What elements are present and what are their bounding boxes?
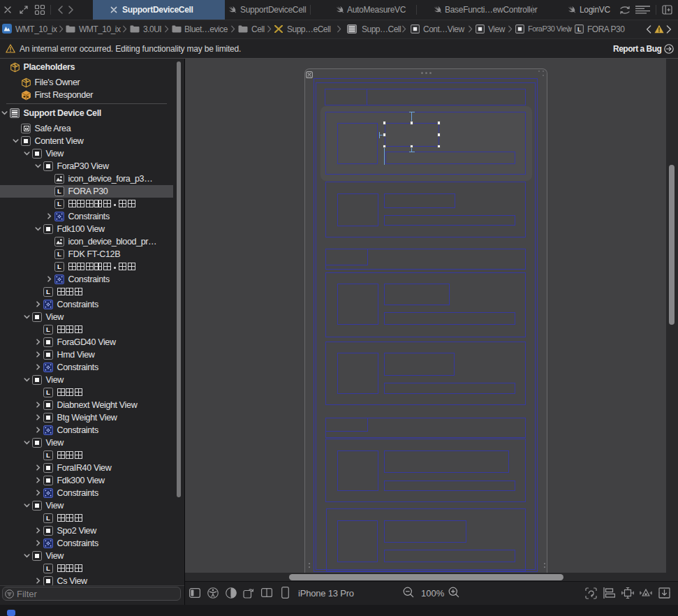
svg-text:L: L (577, 26, 581, 33)
